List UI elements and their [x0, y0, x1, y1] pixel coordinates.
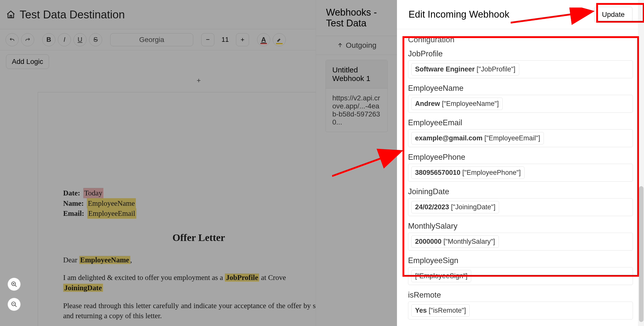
field-box[interactable]: ["EmployeeSign"]	[408, 267, 633, 285]
field-chip[interactable]: ["EmployeeSign"]	[411, 270, 471, 282]
field-box[interactable]: Andrew ["EmployeeName"]	[408, 95, 633, 113]
field-box[interactable]: 2000000 ["MonthlySalary"]	[408, 233, 633, 251]
panel-title: Edit Incoming Webhook	[409, 9, 509, 20]
config-field-employeename: EmployeeNameAndrew ["EmployeeName"]	[408, 84, 633, 113]
webhooks-title: Webhooks - Test Data	[316, 0, 397, 36]
webhook-url: https://v2.api.crove.app/...-4eab-b58d-5…	[326, 89, 387, 132]
field-chip[interactable]: 380956570010 ["EmployeePhone"]	[411, 167, 525, 179]
config-field-employeesign: EmployeeSign["EmployeeSign"]	[408, 256, 633, 285]
svg-line-3	[15, 285, 17, 287]
font-increase[interactable]: +	[236, 33, 249, 46]
field-chip[interactable]: 2000000 ["MonthlySalary"]	[411, 235, 499, 248]
underline-button[interactable]: U	[73, 33, 87, 46]
scrollbar[interactable]	[638, 0, 644, 326]
home-icon[interactable]	[6, 9, 16, 20]
page-title: Test Data Destination	[20, 8, 125, 21]
email-label: Email:	[63, 209, 84, 217]
font-decrease[interactable]: −	[201, 33, 214, 46]
bold-button[interactable]: B	[42, 33, 55, 46]
add-block-button[interactable]: +	[197, 76, 201, 85]
field-box[interactable]: Software Engineer ["JobProfile"]	[408, 60, 633, 78]
para-2: Please read through this letter carefull…	[63, 301, 334, 321]
field-employee-name-2[interactable]: EmployeeName	[79, 256, 130, 264]
doc-heading: Offer Letter	[63, 231, 334, 245]
update-button[interactable]: Update	[594, 7, 632, 22]
field-label: MonthlySalary	[408, 222, 633, 231]
add-logic-button[interactable]: Add Logic	[6, 54, 49, 69]
font-size[interactable]: 11	[216, 36, 234, 44]
field-label: JoiningDate	[408, 187, 633, 196]
name-label: Name:	[63, 199, 84, 207]
config-field-jobprofile: JobProfileSoftware Engineer ["JobProfile…	[408, 49, 633, 78]
field-employee-email[interactable]: EmployeeEmail	[87, 208, 136, 219]
field-label: EmployeeName	[408, 84, 633, 93]
field-chip[interactable]: example@gmail.com ["EmployeeEmail"]	[411, 132, 544, 144]
field-today[interactable]: Today	[83, 188, 103, 198]
zoom-in-button[interactable]	[8, 278, 21, 291]
webhook-card[interactable]: Untitled Webhook 1 https://v2.api.crove.…	[326, 60, 388, 132]
tab-outgoing[interactable]: Outgoing	[337, 41, 377, 50]
text-color-button[interactable]: A	[257, 33, 270, 46]
field-box[interactable]: example@gmail.com ["EmployeeEmail"]	[408, 129, 633, 147]
field-chip[interactable]: Andrew ["EmployeeName"]	[411, 98, 503, 110]
webhook-name: Untitled Webhook 1	[326, 60, 387, 89]
date-label: Date:	[63, 189, 80, 197]
field-box[interactable]: Yes ["isRemote"]	[408, 302, 633, 319]
highlight-button[interactable]	[273, 33, 286, 46]
field-label: EmployeeEmail	[408, 118, 633, 127]
field-label: EmployeePhone	[408, 153, 633, 162]
config-field-monthlysalary: MonthlySalary2000000 ["MonthlySalary"]	[408, 222, 633, 251]
svg-line-7	[15, 305, 17, 307]
redo-button[interactable]	[21, 33, 34, 46]
field-job-profile[interactable]: JobProfile	[225, 273, 259, 281]
field-label: EmployeeSign	[408, 256, 633, 265]
config-field-employeeemail: EmployeeEmailexample@gmail.com ["Employe…	[408, 118, 633, 147]
undo-button[interactable]	[6, 33, 19, 46]
field-chip[interactable]: Software Engineer ["JobProfile"]	[411, 63, 519, 75]
field-box[interactable]: 24/02/2023 ["JoiningDate"]	[408, 198, 633, 216]
configuration-heading: Configuration	[408, 35, 633, 44]
field-label: JobProfile	[408, 49, 633, 58]
field-joining-date[interactable]: JoiningDate	[63, 284, 103, 292]
greeting-line: Dear EmployeeName,	[63, 255, 334, 265]
font-select[interactable]: Georgia	[110, 33, 193, 46]
italic-button[interactable]: I	[58, 33, 71, 46]
field-employee-name[interactable]: EmployeeName	[87, 198, 136, 209]
config-field-joiningdate: JoiningDate24/02/2023 ["JoiningDate"]	[408, 187, 633, 216]
config-field-isremote: isRemoteYes ["isRemote"]	[408, 291, 633, 319]
arrow-up-icon	[337, 42, 343, 49]
field-chip[interactable]: 24/02/2023 ["JoiningDate"]	[411, 201, 499, 213]
field-label: isRemote	[408, 291, 633, 300]
config-field-employeephone: EmployeePhone380956570010 ["EmployeePhon…	[408, 153, 633, 182]
field-chip[interactable]: Yes ["isRemote"]	[411, 304, 470, 317]
document-page: Date: Today Name: EmployeeName Email: Em…	[38, 92, 360, 326]
zoom-out-button[interactable]	[8, 298, 21, 311]
field-box[interactable]: 380956570010 ["EmployeePhone"]	[408, 164, 633, 182]
para-1: I am delighted & excited to offer you em…	[63, 272, 334, 293]
strike-button[interactable]: S	[89, 33, 102, 46]
